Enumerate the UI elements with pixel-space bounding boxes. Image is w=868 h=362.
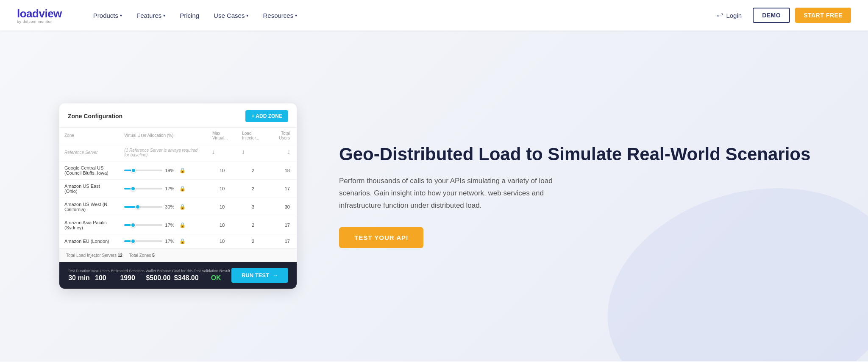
zone-row: Amazon Asia Pacific (Sydney) 17% 🔒 10 2 … bbox=[59, 216, 297, 234]
zone-max: 10 bbox=[207, 179, 237, 198]
col-zone: Zone bbox=[59, 128, 119, 144]
logo-text: loadview bbox=[17, 7, 62, 20]
nav-use-cases[interactable]: Use Cases ▾ bbox=[208, 8, 254, 22]
goal-item: Goal for this Test $348.00 bbox=[172, 269, 200, 282]
run-test-button[interactable]: RUN TEST → bbox=[231, 268, 288, 283]
zone-max: 10 bbox=[207, 161, 237, 179]
pct-text: 17% bbox=[165, 223, 177, 228]
hero-description: Perform thousands of calls to your APIs … bbox=[339, 175, 559, 212]
slider-track[interactable] bbox=[124, 240, 162, 242]
slider-fill bbox=[124, 240, 131, 242]
zone-row: Amazon US West (N. California) 30% 🔒 10 … bbox=[59, 198, 297, 216]
slider-track[interactable] bbox=[124, 188, 162, 189]
zone-total: 17 bbox=[269, 179, 297, 198]
add-zone-button[interactable]: + ADD ZONE bbox=[245, 110, 288, 122]
zone-row: Amazon US East (Ohio) 17% 🔒 10 2 17 bbox=[59, 179, 297, 198]
hero-section: Zone Configuration + ADD ZONE Zone Virtu… bbox=[0, 31, 868, 361]
zone-load: 2 bbox=[237, 161, 269, 179]
col-total: Total Users bbox=[269, 128, 297, 144]
widget-header: Zone Configuration + ADD ZONE bbox=[59, 103, 297, 128]
nav-resources[interactable]: Resources ▾ bbox=[257, 8, 303, 22]
lock-icon[interactable]: 🔒 bbox=[179, 204, 186, 210]
zone-slider-cell[interactable]: 17% 🔒 bbox=[119, 216, 207, 234]
ref-total: 1 bbox=[269, 144, 297, 161]
slider-track[interactable] bbox=[124, 170, 162, 171]
demo-button[interactable]: DEMO bbox=[753, 8, 790, 23]
zone-max: 10 bbox=[207, 234, 237, 248]
slider-thumb[interactable] bbox=[131, 168, 136, 173]
zone-name: Amazon US East (Ohio) bbox=[59, 179, 119, 198]
injector-label: Total Load Injector Servers 12 bbox=[66, 253, 122, 258]
reference-row: Reference Server (1 Reference Server is … bbox=[59, 144, 297, 161]
zone-load: 2 bbox=[237, 234, 269, 248]
zone-max: 10 bbox=[207, 216, 237, 234]
test-api-button[interactable]: TEST YOUR API bbox=[339, 227, 423, 248]
pct-text: 17% bbox=[165, 239, 177, 244]
zone-total: 17 bbox=[269, 216, 297, 234]
ref-load: 1 bbox=[237, 144, 269, 161]
zone-slider-cell[interactable]: 30% 🔒 bbox=[119, 198, 207, 216]
slider-thumb[interactable] bbox=[131, 186, 136, 191]
max-users-item: Max Users 100 bbox=[92, 269, 110, 282]
logo-sub: by dotcom·monitor bbox=[17, 19, 62, 24]
arrow-right-icon: → bbox=[273, 272, 278, 278]
slider-fill bbox=[124, 170, 131, 171]
nav-products[interactable]: Products ▾ bbox=[87, 8, 128, 22]
injector-value: 12 bbox=[118, 253, 122, 258]
zone-slider-cell[interactable]: 17% 🔒 bbox=[119, 179, 207, 198]
zone-total: 18 bbox=[269, 161, 297, 179]
logo[interactable]: loadview by dotcom·monitor bbox=[17, 7, 62, 24]
pct-text: 19% bbox=[165, 168, 177, 173]
est-sessions-item: Estimated Sessions 1990 bbox=[111, 269, 145, 282]
chevron-down-icon: ▾ bbox=[163, 13, 165, 18]
ref-note: (1 Reference Server is always required f… bbox=[119, 144, 207, 161]
zone-table-footer: Total Load Injector Servers 12 Total Zon… bbox=[59, 248, 297, 262]
chevron-down-icon: ▾ bbox=[120, 13, 122, 18]
zone-row: Amazon EU (London) 17% 🔒 10 2 17 bbox=[59, 234, 297, 248]
slider-fill bbox=[124, 206, 136, 208]
chevron-down-icon: ▾ bbox=[295, 13, 297, 18]
zone-row: Google Central US (Council Bluffs, Iowa)… bbox=[59, 161, 297, 179]
zone-name: Amazon Asia Pacific (Sydney) bbox=[59, 216, 119, 234]
start-free-button[interactable]: START FREE bbox=[795, 8, 851, 23]
slider-thumb[interactable] bbox=[131, 223, 136, 228]
slider-thumb[interactable] bbox=[135, 204, 140, 209]
ref-zone-name: Reference Server bbox=[59, 144, 119, 161]
slider-thumb[interactable] bbox=[131, 239, 136, 244]
nav-pricing[interactable]: Pricing bbox=[174, 8, 205, 22]
zone-load: 3 bbox=[237, 198, 269, 216]
zone-load: 2 bbox=[237, 216, 269, 234]
wallet-balance-item: Wallet Balance $500.00 bbox=[146, 269, 171, 282]
navbar: loadview by dotcom·monitor Products ▾ Fe… bbox=[0, 0, 868, 31]
pct-text: 17% bbox=[165, 186, 177, 191]
lock-icon[interactable]: 🔒 bbox=[179, 167, 186, 173]
chevron-down-icon: ▾ bbox=[246, 13, 248, 18]
lock-icon[interactable]: 🔒 bbox=[179, 186, 186, 192]
login-button[interactable]: ⮐ Login bbox=[711, 8, 748, 22]
col-load: Load Injector... bbox=[237, 128, 269, 144]
hero-text: Geo-Distributed Load to Simulate Real-Wo… bbox=[305, 144, 834, 248]
zone-total: 30 bbox=[269, 198, 297, 216]
zone-table: Zone Virtual User Allocation (%) Max Vir… bbox=[59, 128, 297, 248]
zone-name: Amazon EU (London) bbox=[59, 234, 119, 248]
test-duration-item: Test Duration 30 min bbox=[68, 269, 90, 282]
zone-total: 17 bbox=[269, 234, 297, 248]
slider-track[interactable] bbox=[124, 224, 162, 226]
nav-features[interactable]: Features ▾ bbox=[131, 8, 171, 22]
slider-fill bbox=[124, 188, 131, 189]
zone-config-card: Zone Configuration + ADD ZONE Zone Virtu… bbox=[59, 103, 297, 289]
zone-max: 10 bbox=[207, 198, 237, 216]
lock-icon[interactable]: 🔒 bbox=[179, 238, 186, 244]
test-bottom-bar: Test Duration 30 min Max Users 100 Estim… bbox=[59, 262, 297, 289]
zone-slider-cell[interactable]: 17% 🔒 bbox=[119, 234, 207, 248]
zone-slider-cell[interactable]: 19% 🔒 bbox=[119, 161, 207, 179]
slider-track[interactable] bbox=[124, 206, 162, 208]
ref-max: 1 bbox=[207, 144, 237, 161]
nav-actions: ⮐ Login DEMO START FREE bbox=[711, 8, 851, 23]
col-vua: Virtual User Allocation (%) bbox=[119, 128, 207, 144]
login-icon: ⮐ bbox=[717, 11, 723, 19]
widget-title: Zone Configuration bbox=[68, 113, 122, 120]
zone-load: 2 bbox=[237, 179, 269, 198]
col-max: Max Virtual... bbox=[207, 128, 237, 144]
lock-icon[interactable]: 🔒 bbox=[179, 222, 186, 228]
